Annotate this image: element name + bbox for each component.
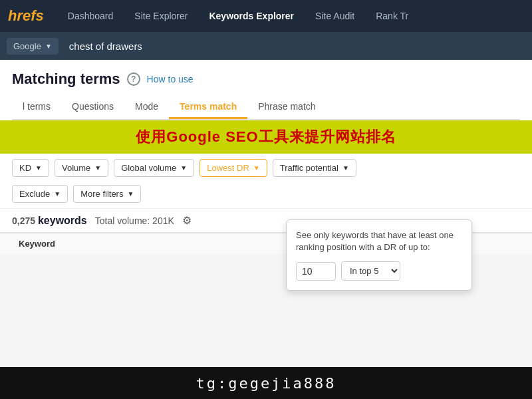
tabs-row: l terms Questions Mode Terms match Phras… — [12, 96, 520, 120]
nav-item-site-explorer[interactable]: Site Explorer — [130, 8, 192, 24]
search-bar-row: Google ▼ chest of drawers — [0, 32, 532, 60]
dropdown-description: See only keywords that have at least one… — [296, 229, 462, 253]
filter-lowest-dr[interactable]: Lowest DR ▼ — [200, 159, 267, 177]
matching-terms-title: Matching terms — [12, 70, 120, 88]
main-content: Matching terms ? How to use l terms Ques… — [0, 60, 532, 120]
keyword-column-header: Keyword — [12, 239, 62, 249]
nav-item-keywords-explorer[interactable]: Keywords Explorer — [205, 8, 298, 24]
filter-global-volume[interactable]: Global volume ▼ — [114, 159, 194, 177]
extra-filter-row: Exclude ▼ More filters ▼ — [0, 182, 532, 208]
nav-item-site-audit[interactable]: Site Audit — [311, 8, 358, 24]
more-filters-btn[interactable]: More filters ▼ — [73, 185, 141, 203]
chevron-down-icon: ▼ — [45, 43, 52, 50]
total-volume: Total volume: 201K — [95, 215, 174, 226]
chevron-down-icon: ▼ — [94, 164, 101, 172]
tab-mode[interactable]: Mode — [124, 96, 169, 119]
settings-icon-button[interactable]: ⚙ — [182, 214, 192, 227]
filter-row: KD ▼ Volume ▼ Global volume ▼ Lowest DR … — [0, 154, 532, 182]
watermark-text: tg:gegejia888 — [196, 375, 336, 392]
chevron-down-icon: ▼ — [180, 164, 187, 172]
tab-phrase-match[interactable]: Phrase match — [247, 96, 326, 119]
top-position-select[interactable]: In top 5 In top 1 In top 3 In top 10 In … — [341, 261, 400, 281]
dropdown-inputs: In top 5 In top 1 In top 3 In top 10 In … — [296, 261, 462, 281]
exclude-filter-btn[interactable]: Exclude ▼ — [12, 185, 68, 203]
chevron-down-icon: ▼ — [342, 164, 349, 172]
tab-questions[interactable]: Questions — [61, 96, 124, 119]
chevron-down-icon: ▼ — [35, 164, 42, 172]
how-to-use-link[interactable]: How to use — [147, 74, 194, 84]
chevron-down-icon: ▼ — [54, 190, 61, 198]
nav-item-dashboard[interactable]: Dashboard — [64, 8, 118, 24]
search-engine-selector[interactable]: Google ▼ — [7, 38, 59, 55]
search-keyword-display: chest of drawers — [69, 41, 142, 52]
promo-banner: 使用Google SEO工具来提升网站排名 — [0, 120, 532, 154]
logo: hrefs — [8, 7, 44, 25]
dr-value-input[interactable] — [296, 262, 336, 281]
watermark-bar: tg:gegejia888 — [0, 367, 532, 399]
filter-kd[interactable]: KD ▼ — [12, 159, 49, 177]
help-icon[interactable]: ? — [127, 72, 140, 86]
lowest-dr-dropdown-panel: See only keywords that have at least one… — [286, 219, 472, 291]
tab-terms-match[interactable]: Terms match — [169, 96, 247, 119]
search-engine-label: Google — [13, 41, 41, 51]
promo-text: 使用Google SEO工具来提升网站排名 — [136, 128, 396, 145]
top-navigation: hrefs Dashboard Site Explorer Keywords E… — [0, 0, 532, 32]
keywords-count: 0,275 keywords — [12, 215, 87, 227]
matching-terms-header: Matching terms ? How to use — [12, 70, 520, 88]
filter-volume[interactable]: Volume ▼ — [55, 159, 108, 177]
chevron-down-icon: ▼ — [127, 190, 134, 198]
filter-traffic-potential[interactable]: Traffic potential ▼ — [273, 159, 356, 177]
nav-item-rank-tracker[interactable]: Rank Tr — [372, 8, 412, 24]
chevron-down-icon: ▼ — [253, 164, 260, 172]
tab-all-terms[interactable]: l terms — [12, 96, 61, 119]
